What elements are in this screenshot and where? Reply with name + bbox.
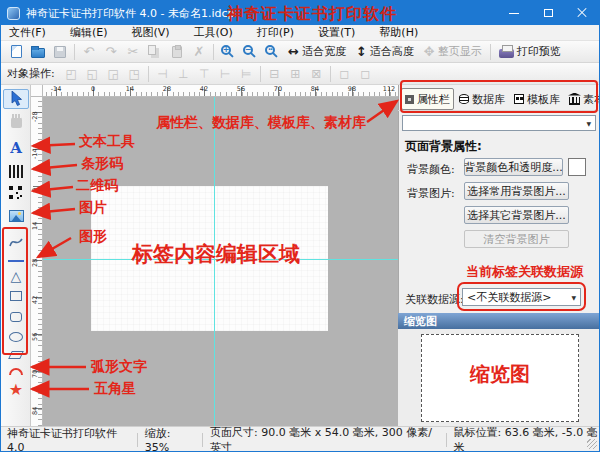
paste-button[interactable] xyxy=(166,42,188,62)
text-tool[interactable]: A xyxy=(3,138,29,158)
tab-templates[interactable]: 模板库 xyxy=(510,88,564,110)
new-document-button[interactable] xyxy=(5,42,27,62)
undo-button[interactable]: ↶ xyxy=(78,42,100,62)
tab-database[interactable]: 数据库 xyxy=(455,88,509,110)
ellipse-tool[interactable] xyxy=(3,327,29,347)
minimize-button[interactable] xyxy=(497,1,531,25)
full-page-icon: ✥ xyxy=(424,45,435,58)
delete-button[interactable]: ✗ xyxy=(188,42,210,62)
fit-width-button[interactable]: ↔ 适合宽度 xyxy=(283,44,351,59)
datasource-dropdown[interactable]: <不关联数据源> ▼ xyxy=(462,288,581,306)
full-page-button[interactable]: ✥ 整页显示 xyxy=(419,44,487,59)
triangle-icon: △ xyxy=(11,269,22,283)
ruler-label: 28 xyxy=(31,259,39,267)
ruler-label: 70 xyxy=(31,370,39,378)
zoom-in-button[interactable] xyxy=(217,42,239,62)
align-center-icon[interactable]: ⊨ xyxy=(236,67,257,81)
rounded-rect-tool[interactable] xyxy=(3,307,29,327)
ruler-label: -14 xyxy=(31,148,39,159)
copy-icon xyxy=(148,45,156,55)
zoom-in-icon xyxy=(221,45,231,55)
bg-other-image-button[interactable]: 选择其它背景图片... xyxy=(464,206,569,224)
print-preview-button[interactable]: 打印预览 xyxy=(494,44,566,59)
qrcode-tool[interactable] xyxy=(3,183,29,203)
menu-tools[interactable]: 工具(O) xyxy=(182,24,245,41)
menu-view[interactable]: 视图(V) xyxy=(119,24,181,41)
zoom-custom-button[interactable] xyxy=(261,42,283,62)
save-button[interactable] xyxy=(49,42,71,62)
curve-tool[interactable] xyxy=(3,232,29,252)
close-button[interactable] xyxy=(565,1,599,25)
full-page-label: 整页显示 xyxy=(438,44,482,59)
status-separator xyxy=(446,433,447,447)
ruler-label: 56 xyxy=(31,333,39,341)
cut-button[interactable]: ✂ xyxy=(122,42,144,62)
bg-image-label: 背景图片: xyxy=(407,186,455,201)
zoom-out-button[interactable] xyxy=(239,42,261,62)
cut-icon: ✂ xyxy=(128,45,139,58)
fit-height-icon: ↕ xyxy=(356,45,367,58)
equal-height-icon[interactable]: ⊞ xyxy=(285,67,306,81)
align-left-icon[interactable]: ⊣ xyxy=(152,67,173,81)
ruler-label: 0 xyxy=(31,188,39,192)
menu-print[interactable]: 打印(P) xyxy=(245,24,306,41)
close-icon xyxy=(577,8,587,18)
rectangle-tool[interactable] xyxy=(3,286,29,306)
group-icon[interactable]: ◰ xyxy=(61,67,82,81)
chevron-down-icon: ▼ xyxy=(571,294,576,301)
triangle-tool[interactable]: △ xyxy=(3,266,29,286)
toolbar-separator xyxy=(148,66,149,82)
object-selector-dropdown[interactable]: ▼ xyxy=(402,115,596,131)
bring-front-icon[interactable]: ◲ xyxy=(103,67,124,81)
cursor-arrow-icon xyxy=(10,91,23,107)
page-bg-section-title: 页面背景属性: xyxy=(405,138,482,155)
thumbnail-header: 缩览图 xyxy=(398,313,600,329)
tab-properties[interactable]: 属性栏 xyxy=(401,88,454,110)
ruler-label: 42 xyxy=(200,85,208,93)
bg-color-button[interactable]: 背景颜色和透明度... xyxy=(464,158,563,176)
status-zoom: 缩放: 35% xyxy=(145,426,195,452)
equal-size-icon[interactable]: ⊠ xyxy=(306,67,327,81)
pan-tool[interactable] xyxy=(3,112,29,132)
tab-materials[interactable]: 素材库 xyxy=(565,88,600,110)
arc-text-tool[interactable] xyxy=(3,361,29,381)
app-icon xyxy=(7,7,20,20)
align-bottom-icon[interactable]: ⊥ xyxy=(173,67,194,81)
tab-label: 模板库 xyxy=(527,92,560,107)
ungroup-icon[interactable]: ◱ xyxy=(82,67,103,81)
bg-common-image-button[interactable]: 选择常用背景图片... xyxy=(464,182,569,200)
select-tool[interactable] xyxy=(3,89,29,109)
multi-select-icon[interactable]: ◻ xyxy=(334,67,355,81)
horizontal-ruler: -14 0 14 28 42 56 70 84 98 112 xyxy=(43,85,398,97)
curve-icon xyxy=(8,235,24,249)
status-separator xyxy=(202,433,203,447)
open-button[interactable] xyxy=(27,42,49,62)
barcode-tool[interactable] xyxy=(3,161,29,181)
align-top-icon[interactable]: ⊤ xyxy=(194,67,215,81)
star-tool[interactable]: ★ xyxy=(3,380,29,400)
menu-file[interactable]: 文件(F) xyxy=(9,24,58,41)
copy-button[interactable] xyxy=(144,42,166,62)
menu-settings[interactable]: 设置(T) xyxy=(306,24,367,41)
equal-width-icon[interactable]: ⊟ xyxy=(264,67,285,81)
bg-color-swatch[interactable] xyxy=(568,158,586,176)
resize-grip[interactable] xyxy=(587,439,597,449)
maximize-button[interactable] xyxy=(531,1,565,25)
select-region-icon[interactable]: ◻ xyxy=(355,67,376,81)
menu-help[interactable]: 帮助(H) xyxy=(367,24,430,41)
align-right-icon[interactable]: ⊢ xyxy=(215,67,236,81)
annotation-shape: 图形 xyxy=(79,228,107,246)
fit-height-button[interactable]: ↕ 适合高度 xyxy=(351,44,419,59)
maximize-icon xyxy=(544,9,553,17)
send-back-icon[interactable]: ◳ xyxy=(124,67,145,81)
redo-button[interactable]: ↷ xyxy=(100,42,122,62)
vertical-ruler: -28 -14 0 14 28 42 56 70 84 xyxy=(31,97,43,426)
properties-icon xyxy=(405,95,414,104)
fit-width-icon: ↔ xyxy=(288,45,299,58)
image-tool[interactable] xyxy=(3,206,29,226)
annotation-thumbnail: 缩览图 xyxy=(421,361,579,388)
datasource-value: <不关联数据源> xyxy=(467,290,551,305)
annotation-qrcode: 二维码 xyxy=(76,177,118,195)
menu-edit[interactable]: 编辑(E) xyxy=(58,24,120,41)
zoom-custom-icon xyxy=(265,45,275,55)
